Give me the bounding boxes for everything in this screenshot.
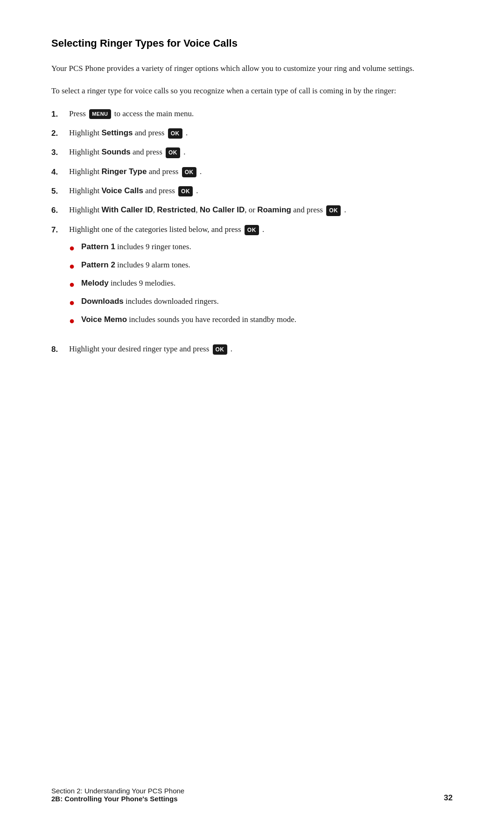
bullet-icon-4: ● [69,296,75,309]
ok-badge-step7: OK [245,225,259,236]
page: Selecting Ringer Types for Voice Calls Y… [0,0,504,840]
bullet-list: ● Pattern 1 includes 9 ringer tones. ● P… [69,241,296,332]
step-3-bold: Sounds [101,147,130,156]
bullet-bold-2: Pattern 2 [81,260,115,269]
bullet-icon-5: ● [69,314,75,327]
ok-badge-step6: OK [326,205,341,216]
step-6-text: Highlight With Caller ID, Restricted, No… [69,204,453,216]
step-1: 1. Press MENU to access the main menu. [51,108,453,120]
footer-section-label: Section 2: Understanding Your PCS Phone [51,787,184,795]
footer-left: Section 2: Understanding Your PCS Phone … [51,787,184,803]
bullet-pattern2: ● Pattern 2 includes 9 alarm tones. [69,259,296,273]
bullet-bold-5: Voice Memo [81,315,127,324]
bullet-melody: ● Melody includes 9 melodies. [69,277,296,291]
step-6-bold1: With Caller ID [101,205,153,214]
bullet-icon-3: ● [69,278,75,291]
step-3-number: 3. [51,146,69,159]
step-4: 4. Highlight Ringer Type and press OK . [51,166,453,178]
bullet-text-5: Voice Memo includes sounds you have reco… [81,314,296,326]
step-3: 3. Highlight Sounds and press OK . [51,146,453,159]
step-1-number: 1. [51,108,69,120]
bullet-downloads: ● Downloads includes downloaded ringers. [69,295,296,309]
bullet-bold-3: Melody [81,279,109,287]
step-8-text: Highlight your desired ringer type and p… [69,343,453,355]
step-7-text: Highlight one of the categories listed b… [69,224,264,236]
step-1-text: Press MENU to access the main menu. [69,108,453,120]
ok-badge-step4: OK [182,167,196,178]
footer-page-number: 32 [444,793,453,803]
bullet-icon-1: ● [69,241,75,254]
bullet-text-2: Pattern 2 includes 9 alarm tones. [81,259,190,271]
intro-paragraph-1: Your PCS Phone provides a variety of rin… [51,63,453,75]
step-2: 2. Highlight Settings and press OK . [51,127,453,140]
bullet-bold-4: Downloads [81,297,124,306]
step-3-text: Highlight Sounds and press OK . [69,146,453,158]
bullet-text-4: Downloads includes downloaded ringers. [81,295,219,308]
step-4-number: 4. [51,166,69,178]
step-8: 8. Highlight your desired ringer type an… [51,343,453,356]
step-4-bold: Ringer Type [101,167,147,176]
bullet-icon-2: ● [69,259,75,273]
intro-paragraph-2: To select a ringer type for voice calls … [51,85,453,97]
step-5-text: Highlight Voice Calls and press OK . [69,185,453,197]
bullet-pattern1: ● Pattern 1 includes 9 ringer tones. [69,241,296,254]
step-4-text: Highlight Ringer Type and press OK . [69,166,453,178]
step-2-text: Highlight Settings and press OK . [69,127,453,139]
ok-badge-step8: OK [213,344,227,355]
ok-badge-step3: OK [166,147,180,158]
step-7-number: 7. [51,224,69,236]
step-6-bold2: Restricted [157,205,196,214]
step-5-number: 5. [51,185,69,197]
step-6-number: 6. [51,204,69,217]
step-6-bold4: Roaming [257,205,291,214]
step-6-bold3: No Caller ID [200,205,245,214]
bullet-text-3: Melody includes 9 melodies. [81,277,175,289]
step-7: 7. Highlight one of the categories liste… [51,224,453,336]
step-2-number: 2. [51,127,69,140]
section-title: Selecting Ringer Types for Voice Calls [51,37,453,49]
bullet-voicememo: ● Voice Memo includes sounds you have re… [69,314,296,327]
page-footer: Section 2: Understanding Your PCS Phone … [51,777,453,803]
main-content: Selecting Ringer Types for Voice Calls Y… [51,37,453,777]
footer-subsection-label: 2B: Controlling Your Phone's Settings [51,795,184,803]
step-5: 5. Highlight Voice Calls and press OK . [51,185,453,197]
step-6: 6. Highlight With Caller ID, Restricted,… [51,204,453,217]
step-2-bold: Settings [101,128,133,137]
steps-list: 1. Press MENU to access the main menu. 2… [51,108,453,356]
bullet-text-1: Pattern 1 includes 9 ringer tones. [81,241,191,253]
bullet-bold-1: Pattern 1 [81,242,115,251]
ok-badge-step5: OK [178,186,193,197]
ok-badge-step2: OK [168,128,182,139]
step-8-number: 8. [51,343,69,356]
step-5-bold: Voice Calls [101,186,143,195]
menu-badge-step1: MENU [89,109,111,119]
